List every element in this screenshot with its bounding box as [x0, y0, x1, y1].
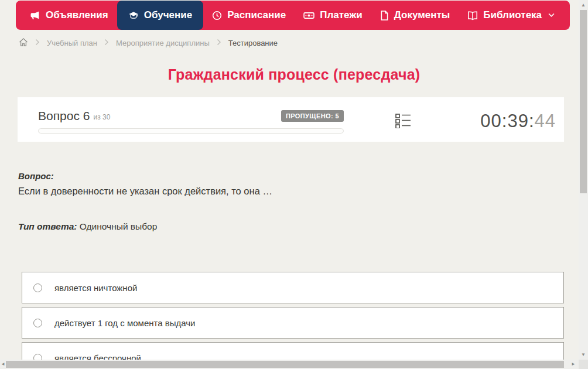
- timer-seconds: 44: [535, 111, 556, 131]
- breadcrumb-item-discipline-event[interactable]: Мероприятие дисциплины: [116, 39, 210, 47]
- answer-option-label: является ничтожной: [54, 283, 137, 293]
- radio-button[interactable]: [33, 319, 42, 327]
- question-text: Если в доверенности не указан срок дейст…: [18, 186, 545, 197]
- scroll-down-arrow-icon[interactable]: ▼: [579, 353, 588, 357]
- breadcrumb-item-study-plan[interactable]: Учебный план: [47, 39, 97, 47]
- answer-option-label: действует 1 год с момента выдачи: [54, 318, 195, 328]
- breadcrumb-item-testing: Тестирование: [228, 39, 278, 47]
- breadcrumb: Учебный план Мероприятие дисциплины Тест…: [19, 36, 278, 49]
- progress-bar: [38, 128, 344, 134]
- nav-item-label: Платежи: [320, 9, 363, 21]
- quiz-progress-block: Вопрос 6 из 30 ПРОПУЩЕНО: 5: [38, 109, 344, 134]
- vertical-scrollbar-thumb[interactable]: [580, 10, 587, 193]
- question-number: Вопрос 6: [38, 109, 90, 123]
- answer-type-value: Одиночный выбор: [80, 221, 158, 231]
- nav-item-announcements[interactable]: Объявления: [22, 1, 117, 30]
- nav-item-label: Библиотека: [483, 9, 542, 21]
- question-heading: Вопрос:: [18, 171, 54, 181]
- answer-option-2[interactable]: действует 1 год с момента выдачи: [22, 307, 564, 339]
- breadcrumb-separator-icon: [35, 39, 40, 47]
- vertical-scrollbar[interactable]: ▲ ▼: [579, 0, 588, 360]
- timer: 00:39:44: [480, 111, 556, 132]
- question-total: из 30: [93, 113, 110, 121]
- nav-item-schedule[interactable]: Расписание: [203, 1, 295, 30]
- nav-item-label: Обучение: [144, 9, 192, 21]
- graduation-cap-icon: [128, 11, 139, 20]
- nav-item-label: Расписание: [227, 9, 286, 21]
- open-book-icon: [467, 11, 478, 20]
- answer-option-1[interactable]: является ничтожной: [22, 272, 564, 303]
- scroll-left-arrow-icon[interactable]: ◄: [0, 362, 6, 367]
- megaphone-icon: [30, 11, 40, 20]
- breadcrumb-separator-icon: [217, 39, 221, 47]
- horizontal-scrollbar-thumb[interactable]: [6, 361, 564, 368]
- chevron-down-icon: [548, 13, 555, 18]
- timer-hours-minutes: 00:39:: [480, 111, 534, 131]
- breadcrumb-separator-icon: [104, 39, 109, 47]
- document-icon: [380, 11, 389, 20]
- scrollbar-corner: [579, 360, 588, 369]
- page-title: Гражданский процесс (пересдача): [0, 66, 588, 83]
- clock-icon: [212, 11, 222, 20]
- question-list-icon[interactable]: [395, 113, 411, 131]
- scroll-right-arrow-icon[interactable]: ►: [570, 362, 577, 367]
- nav-item-label: Документы: [394, 9, 450, 21]
- nav-item-label: Объявления: [46, 9, 108, 21]
- nav-item-library[interactable]: Библиотека: [459, 1, 563, 30]
- nav-item-learning[interactable]: Обучение: [117, 1, 203, 30]
- skipped-badge: ПРОПУЩЕНО: 5: [281, 110, 344, 122]
- radio-button[interactable]: [33, 283, 42, 292]
- answer-type-row: Тип ответа: Одиночный выбор: [18, 221, 157, 232]
- home-icon[interactable]: [19, 37, 28, 49]
- quiz-header-card: Вопрос 6 из 30 ПРОПУЩЕНО: 5 00:39:44: [18, 97, 564, 142]
- main-nav: Объявления Обучение Расписание Платежи Д…: [16, 1, 570, 30]
- scroll-up-arrow-icon[interactable]: ▲: [579, 3, 588, 8]
- nav-item-payments[interactable]: Платежи: [295, 1, 371, 30]
- horizontal-scrollbar[interactable]: ◄ ►: [0, 360, 579, 369]
- banknote-icon: [303, 11, 314, 20]
- nav-item-documents[interactable]: Документы: [371, 1, 459, 30]
- answer-type-label: Тип ответа:: [18, 221, 77, 231]
